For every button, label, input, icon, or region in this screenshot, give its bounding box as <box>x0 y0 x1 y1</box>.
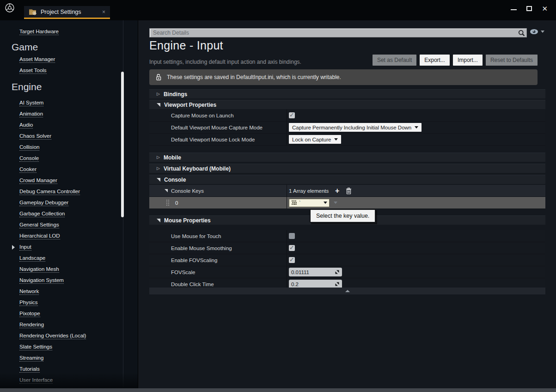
key-select-dropdown[interactable]: ` <box>289 199 330 207</box>
sidebar-item[interactable]: Tutorials <box>0 364 122 375</box>
sidebar-game-list: Asset Manager Asset Tools <box>0 54 122 76</box>
column-divider[interactable] <box>287 122 287 133</box>
set-as-default-button[interactable]: Set as Default <box>373 55 416 66</box>
minimize-icon[interactable] <box>511 9 517 10</box>
fovscale-input[interactable]: 0.01111 <box>289 268 342 276</box>
tab-label: Project Settings <box>41 9 98 15</box>
sidebar-item[interactable]: Physics <box>0 297 122 308</box>
sidebar-item[interactable]: Rendering <box>0 319 122 331</box>
viewport-properties-rows: Capture Mouse on Launch Default Viewport… <box>149 110 545 152</box>
value-drag-icon[interactable] <box>335 282 340 287</box>
details-panel: Engine - Input Input settings, including… <box>138 20 556 388</box>
sidebar-item[interactable]: User Interface <box>0 375 122 386</box>
value-drag-icon[interactable] <box>335 270 340 275</box>
section-header-mobile[interactable]: ▷ Mobile <box>149 153 545 162</box>
column-divider[interactable] <box>287 134 287 145</box>
section-header-virtual-keyboard[interactable]: ▷ Virtual Keyboard (Mobile) <box>149 164 545 173</box>
action-buttons: Set as Default Export... Import... Reset… <box>373 55 538 66</box>
sidebar-top-list: Target Hardware <box>0 26 122 37</box>
sidebar-item[interactable]: Crowd Manager <box>0 175 122 186</box>
sidebar-item[interactable]: Audio <box>0 120 122 131</box>
eye-icon[interactable] <box>530 29 538 35</box>
enable-fovscaling-checkbox[interactable] <box>289 257 295 263</box>
search-icon <box>518 30 525 37</box>
reset-to-defaults-button[interactable]: Reset to Defaults <box>486 55 538 66</box>
chevron-down-icon[interactable] <box>541 31 544 33</box>
add-element-icon[interactable]: + <box>335 187 339 195</box>
expanded-arrow-icon <box>157 219 160 222</box>
sidebar-item[interactable]: Pixotope <box>0 308 122 319</box>
sidebar-scrollbar-thumb[interactable] <box>121 72 124 217</box>
sidebar-item[interactable]: Network <box>0 286 122 297</box>
trash-icon[interactable] <box>346 188 352 194</box>
sidebar-item[interactable]: Rendering Overrides (Local) <box>0 331 122 342</box>
sidebar-item[interactable]: Target Hardware <box>0 26 122 37</box>
expanded-arrow-icon[interactable] <box>165 189 168 192</box>
mouse-lock-mode-dropdown[interactable]: Lock on Capture <box>289 135 341 144</box>
mouse-properties-rows: Use Mouse for Touch Enable Mouse Smoothi… <box>149 230 545 290</box>
property-row-mouse-lock-mode: Default Viewport Mouse Lock Mode Lock on… <box>149 134 545 146</box>
enable-mouse-smoothing-checkbox[interactable] <box>289 245 295 251</box>
chevron-down-icon <box>324 202 327 204</box>
column-divider[interactable] <box>287 254 287 266</box>
settings-sidebar: Target Hardware Game Asset Manager Asset… <box>0 20 138 388</box>
maximize-icon[interactable] <box>526 6 532 11</box>
column-divider[interactable] <box>287 185 287 196</box>
selected-arrow-icon <box>12 245 15 250</box>
sidebar-item[interactable]: Asset Manager <box>0 54 122 65</box>
sidebar-content: Target Hardware Game Asset Manager Asset… <box>0 20 122 388</box>
sidebar-item[interactable]: Gameplay Debugger <box>0 197 122 208</box>
title-bar: Project Settings × ✕ <box>0 0 556 20</box>
sidebar-item[interactable]: Streaming <box>0 353 122 364</box>
folder-gear-icon <box>29 8 37 15</box>
element-options-chevron-icon[interactable] <box>334 202 337 204</box>
sidebar-item[interactable]: AI System <box>0 98 122 109</box>
sidebar-item[interactable]: Landscape <box>0 253 122 264</box>
sidebar-item[interactable]: Hierarchical LOD <box>0 231 122 242</box>
sidebar-item[interactable]: Navigation System <box>0 275 122 286</box>
section-header-console[interactable]: Console <box>149 175 545 184</box>
sidebar-item[interactable]: Cooker <box>0 164 122 175</box>
sidebar-item[interactable]: Console <box>0 153 122 164</box>
sidebar-item[interactable]: Debug Camera Controller <box>0 186 122 197</box>
import-button[interactable]: Import... <box>453 55 483 66</box>
page-subtitle: Input settings, including default input … <box>149 59 301 65</box>
column-divider[interactable] <box>287 197 287 208</box>
sidebar-header-game: Game <box>0 40 122 54</box>
array-elements-count: 1 Array elements <box>289 188 335 194</box>
section-header-viewport-properties[interactable]: Viewport Properties <box>149 100 545 109</box>
column-divider[interactable] <box>287 230 287 242</box>
sidebar-item[interactable]: Collision <box>0 142 122 153</box>
capture-mouse-checkbox[interactable] <box>289 112 295 118</box>
console-key-element-row[interactable]: 0 ` <box>149 197 545 209</box>
tab-project-settings[interactable]: Project Settings × <box>24 6 110 19</box>
lock-icon <box>156 74 162 81</box>
sidebar-item[interactable]: General Settings <box>0 220 122 231</box>
mouse-capture-mode-dropdown[interactable]: Capture Permanently Including Initial Mo… <box>289 123 422 132</box>
sidebar-item[interactable]: Navigation Mesh <box>0 264 122 275</box>
use-mouse-for-touch-checkbox[interactable] <box>289 233 295 239</box>
config-file-notice: These settings are saved in DefaultInput… <box>149 69 538 85</box>
sidebar-item[interactable]: Asset Tools <box>0 65 122 76</box>
column-divider[interactable] <box>287 266 287 278</box>
section-collapse-bar[interactable] <box>149 288 545 294</box>
search-input[interactable] <box>150 30 518 36</box>
window-bottom-edge <box>0 388 556 392</box>
column-divider[interactable] <box>287 242 287 254</box>
sidebar-item[interactable]: Chaos Solver <box>0 131 122 142</box>
section-header-bindings[interactable]: ▷ Bindings <box>149 89 545 98</box>
sidebar-item[interactable]: Slate Settings <box>0 342 122 353</box>
column-divider[interactable] <box>287 110 287 121</box>
element-index: 0 <box>175 200 178 206</box>
close-icon[interactable]: ✕ <box>542 5 548 12</box>
console-keys-row: Console Keys 1 Array elements + <box>149 185 545 197</box>
collapsed-arrow-icon: ▷ <box>157 166 160 171</box>
export-button[interactable]: Export... <box>420 55 450 66</box>
sidebar-item[interactable]: Garbage Collection <box>0 208 122 220</box>
property-row-use-mouse-for-touch: Use Mouse for Touch <box>149 230 545 242</box>
expanded-arrow-icon <box>157 103 160 107</box>
sidebar-item[interactable]: Input <box>0 242 122 253</box>
tab-close-icon[interactable]: × <box>102 9 105 15</box>
drag-handle[interactable] <box>166 199 170 206</box>
sidebar-item[interactable]: Animation <box>0 109 122 120</box>
